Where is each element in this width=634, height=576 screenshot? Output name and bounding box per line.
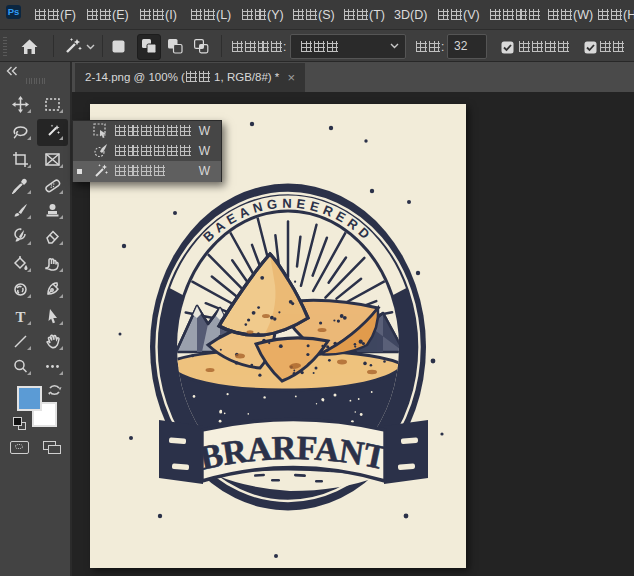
svg-text:T: T [15,309,25,325]
